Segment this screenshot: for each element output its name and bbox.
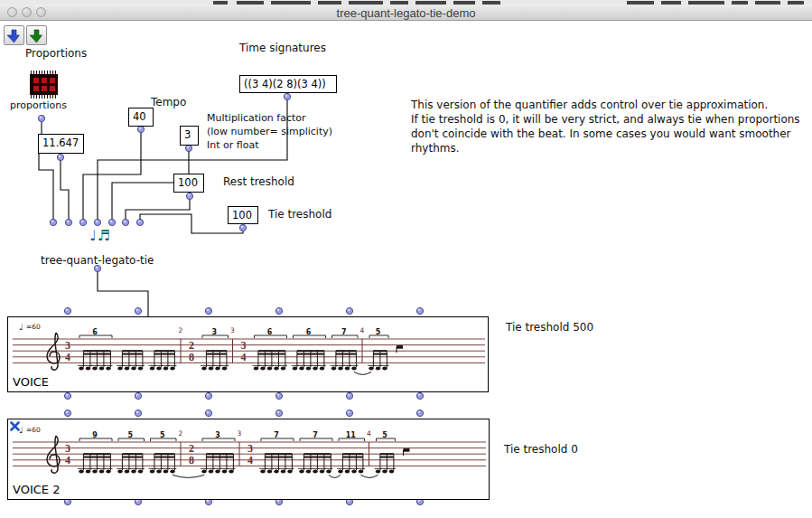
- proportions-value-box[interactable]: 11.647: [38, 134, 84, 154]
- rest-treshold-label: Rest treshold: [223, 175, 294, 188]
- connection-port[interactable]: [275, 410, 282, 416]
- patch-cord: [39, 154, 53, 220]
- svg-text:11: 11: [346, 431, 357, 439]
- comment-text: This version of the quantifier adds cont…: [411, 98, 812, 155]
- svg-text:5: 5: [160, 431, 165, 439]
- svg-text:=60: =60: [26, 426, 41, 434]
- connection-port[interactable]: [186, 193, 192, 199]
- tie-treshold-500-annotation: Tie treshold 500: [506, 321, 593, 334]
- patch-cord: [61, 160, 69, 220]
- blue-down-arrow-icon: [7, 29, 21, 43]
- voice-name: VOICE: [13, 375, 49, 389]
- mult-factor-label-line3: Int or float: [207, 139, 259, 151]
- tie-treshold-label: Tie treshold: [268, 208, 331, 221]
- mult-factor-label-line1: Multiplication factor: [207, 112, 306, 124]
- voice2-name: VOICE 2: [13, 483, 60, 496]
- svg-text:2: 2: [189, 339, 194, 352]
- proportions-title: Proportions: [25, 47, 87, 60]
- rest-treshold-value-box[interactable]: 100: [173, 174, 204, 193]
- connection-port[interactable]: [185, 145, 191, 151]
- svg-text:3: 3: [230, 326, 235, 334]
- connection-port[interactable]: [108, 219, 115, 225]
- time-signatures-label: Time signatures: [239, 42, 326, 54]
- connection-port[interactable]: [416, 307, 423, 314]
- connection-port[interactable]: [346, 307, 352, 314]
- connection-port[interactable]: [57, 154, 63, 160]
- svg-text:3: 3: [211, 328, 217, 336]
- connection-port[interactable]: [275, 392, 282, 399]
- tree-quant-legato-tie-function[interactable]: tree-quant-legato-tie: [41, 254, 154, 267]
- connection-port[interactable]: [284, 93, 290, 99]
- voice2-score-box[interactable]: ♩=60349552283334771145 VOICE 2: [7, 419, 490, 500]
- window-titlebar[interactable]: tree-quant-legato-tie-demo: [0, 5, 812, 21]
- svg-text:2: 2: [179, 326, 183, 334]
- voice-score-box[interactable]: ♩=60346228333466745 VOICE: [7, 316, 489, 392]
- svg-text:7: 7: [313, 431, 318, 439]
- connection-port[interactable]: [346, 392, 352, 399]
- svg-text:3: 3: [215, 431, 220, 439]
- svg-text:7: 7: [341, 328, 347, 336]
- svg-text:4: 4: [367, 429, 371, 438]
- connection-port[interactable]: [135, 307, 141, 314]
- green-down-arrow-button[interactable]: [26, 25, 47, 45]
- connection-port[interactable]: [137, 126, 144, 132]
- window-title: tree-quant-legato-tie-demo: [0, 6, 812, 20]
- connection-port[interactable]: [135, 392, 141, 399]
- svg-text:4: 4: [65, 454, 70, 466]
- blue-down-arrow-button[interactable]: [4, 25, 24, 45]
- pwgl-patch-window: tree-quant-legato-tie-demo Proportions p…: [0, 0, 812, 518]
- svg-text:5: 5: [376, 328, 381, 336]
- connection-port[interactable]: [38, 115, 44, 121]
- connection-port[interactable]: [65, 219, 71, 225]
- svg-text:7: 7: [274, 431, 279, 439]
- svg-text:8: 8: [189, 351, 194, 363]
- svg-text:3: 3: [247, 442, 253, 455]
- connection-port[interactable]: [205, 392, 211, 399]
- svg-text:3: 3: [65, 442, 70, 455]
- mult-factor-label-line2: (low number= simplicity): [207, 126, 332, 137]
- proportions-abstraction-icon[interactable]: [30, 71, 58, 99]
- svg-text:5: 5: [127, 431, 133, 439]
- connection-port[interactable]: [64, 392, 70, 399]
- connection-port[interactable]: [64, 307, 70, 314]
- connection-port[interactable]: [205, 410, 211, 416]
- svg-text:♩: ♩: [19, 322, 23, 332]
- svg-text:4: 4: [241, 351, 247, 363]
- connection-port[interactable]: [64, 410, 70, 416]
- tempo-value-box[interactable]: 40: [128, 108, 154, 127]
- svg-text:6: 6: [92, 328, 98, 336]
- time-signatures-value-box[interactable]: ((3 4)(2 8)(3 4)): [239, 75, 337, 93]
- connection-port[interactable]: [135, 410, 141, 416]
- connection-port[interactable]: [416, 410, 423, 416]
- connection-port[interactable]: [50, 219, 56, 225]
- connection-port[interactable]: [122, 219, 128, 225]
- connection-port[interactable]: [79, 219, 86, 225]
- connection-port[interactable]: [346, 410, 352, 416]
- tie-treshold-0-annotation: Tie treshold 0: [504, 443, 578, 456]
- svg-text:8: 8: [189, 454, 194, 466]
- svg-text:4: 4: [360, 326, 365, 334]
- voice2-notation: ♩=60349552283334771145: [8, 419, 489, 499]
- svg-text:4: 4: [247, 454, 253, 466]
- svg-text:6: 6: [267, 328, 273, 336]
- connection-port[interactable]: [275, 307, 282, 314]
- svg-text:4: 4: [65, 351, 70, 363]
- svg-text:5: 5: [382, 431, 387, 439]
- svg-text:2: 2: [189, 442, 194, 455]
- mult-factor-value-box[interactable]: 3: [180, 126, 199, 146]
- tempo-label: Tempo: [151, 96, 186, 108]
- notes-icon: ♩♬: [89, 227, 111, 244]
- svg-text:=60: =60: [26, 323, 41, 331]
- patch-cord: [83, 132, 141, 220]
- connection-port[interactable]: [136, 219, 143, 225]
- connection-port[interactable]: [239, 224, 246, 231]
- connection-port[interactable]: [205, 307, 211, 314]
- svg-text:3: 3: [241, 339, 247, 352]
- connection-port[interactable]: [416, 392, 423, 399]
- tie-treshold-value-box[interactable]: 100: [228, 206, 258, 224]
- proportions-box-label: proportions: [10, 99, 67, 111]
- connection-port[interactable]: [94, 219, 100, 225]
- green-down-arrow-icon: [30, 29, 43, 43]
- patch-cord: [126, 199, 190, 220]
- voice-notation: ♩=60346228333466745: [8, 317, 488, 391]
